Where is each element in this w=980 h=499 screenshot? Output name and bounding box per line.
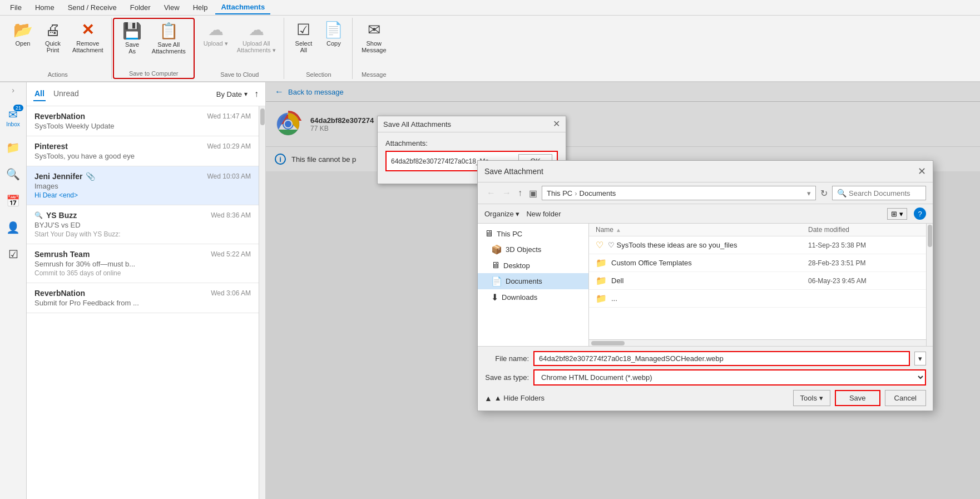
- email-subject: Submit for Pro Feedback from ...: [34, 299, 251, 307]
- email-items: ReverbNation Wed 11:47 AM SysTools Weekl…: [27, 106, 259, 499]
- horizontal-scrollbar-thumb: [591, 341, 625, 345]
- table-row[interactable]: 📁 ...: [589, 290, 926, 308]
- sidebar-item-inbox[interactable]: ✉ 21 Inbox: [6, 108, 19, 127]
- hide-folders-button[interactable]: ▲ ▲ Hide Folders: [484, 394, 545, 403]
- refresh-button[interactable]: ↻: [818, 187, 830, 200]
- email-sender: 🔍 YS Buzz: [34, 211, 77, 220]
- sidebar-item-folder[interactable]: 📁: [6, 141, 20, 154]
- menu-help[interactable]: Help: [187, 1, 214, 14]
- main-area: › ✉ 21 Inbox 📁 🔍 📅 👤 ☑ All Unread: [0, 82, 980, 499]
- show-message-button[interactable]: ✉ ShowMessage: [358, 20, 390, 56]
- sidebar-item-contacts[interactable]: 👤: [6, 221, 20, 234]
- tree-item-desktop[interactable]: 🖥 Desktop: [478, 258, 588, 273]
- dialog-close-button[interactable]: ✕: [553, 120, 560, 129]
- back-button[interactable]: ←: [484, 187, 498, 199]
- filename-input[interactable]: [533, 351, 910, 366]
- tree-item-documents[interactable]: 📄 Documents: [478, 273, 588, 289]
- menu-file[interactable]: File: [4, 1, 27, 14]
- breadcrumb-part-1: This PC: [547, 189, 572, 197]
- list-item[interactable]: ReverbNation Wed 3:06 AM Submit for Pro …: [27, 283, 259, 313]
- file-dialog-title-bar: Save Attachment ✕: [478, 161, 933, 182]
- email-preview: Hi Dear <end>: [34, 191, 251, 199]
- table-row[interactable]: 📁 Custom Office Templates 28-Feb-23 3:51…: [589, 254, 926, 272]
- menu-folder[interactable]: Folder: [125, 1, 156, 14]
- actions-group-label: Actions: [48, 71, 68, 78]
- tree-item-downloads[interactable]: ⬇ Downloads: [478, 289, 588, 305]
- table-row[interactable]: 📁 Dell 06-May-23 9:45 AM: [589, 272, 926, 290]
- save-as-button[interactable]: 💾 SaveAs: [118, 21, 146, 57]
- sidebar-item-calendar[interactable]: 📅: [6, 194, 20, 207]
- file-dialog-content: 🖥 This PC 📦 3D Objects 🖥 Desktop 📄 Docum…: [478, 224, 933, 346]
- column-date-modified[interactable]: Date modified: [808, 226, 919, 234]
- forward-button[interactable]: →: [500, 187, 513, 199]
- folder-icon: ♡: [596, 240, 603, 250]
- open-button[interactable]: 📂 Open: [9, 20, 37, 49]
- save-button[interactable]: Save: [835, 390, 880, 406]
- email-list-scrollbar[interactable]: [259, 106, 265, 499]
- tab-unread[interactable]: Unread: [52, 87, 80, 101]
- column-name[interactable]: Name ▲: [596, 226, 808, 234]
- vertical-scrollbar[interactable]: [926, 224, 933, 346]
- tools-button[interactable]: Tools ▾: [793, 390, 830, 406]
- menu-home[interactable]: Home: [29, 1, 60, 14]
- remove-attachment-button[interactable]: ✕ RemoveAttachment: [69, 20, 107, 56]
- sidebar-item-search[interactable]: 🔍: [6, 167, 20, 181]
- menu-attachments[interactable]: Attachments: [215, 1, 270, 14]
- search-input[interactable]: [849, 189, 921, 197]
- breadcrumb[interactable]: This PC › Documents ▾: [542, 186, 816, 200]
- help-button[interactable]: ?: [914, 207, 926, 220]
- email-subject: BYJU'S vs ED: [34, 221, 251, 229]
- tree-item-this-pc[interactable]: 🖥 This PC: [478, 226, 588, 241]
- attachments-label: Attachments:: [385, 139, 558, 147]
- list-item[interactable]: 🔍 YS Buzz Wed 8:36 AM BYJU'S vs ED Start…: [27, 205, 259, 244]
- list-item[interactable]: Jeni Jennifer 📎 Wed 10:03 AM Images Hi D…: [27, 166, 259, 205]
- upload-all-icon: ☁: [249, 22, 264, 38]
- documents-icon: 📄: [491, 276, 502, 286]
- up-button[interactable]: ↑: [516, 187, 524, 199]
- tools-label: Tools: [800, 394, 817, 402]
- copy-button[interactable]: 📄 Copy: [320, 20, 348, 49]
- file-list-header: Name ▲ Date modified: [589, 224, 926, 236]
- select-all-button[interactable]: ☑ SelectAll: [290, 20, 318, 56]
- email-sender: Semrush Team: [34, 250, 90, 259]
- menu-view[interactable]: View: [159, 1, 185, 14]
- tree-item-label: Desktop: [503, 261, 530, 270]
- cancel-button[interactable]: Cancel: [885, 390, 926, 406]
- quick-print-button[interactable]: 🖨 QuickPrint: [39, 20, 67, 56]
- print-icon: 🖨: [45, 22, 61, 38]
- sort-by-date[interactable]: By Date ▾: [216, 90, 248, 98]
- sidebar-item-expand[interactable]: ›: [12, 86, 14, 95]
- file-name: Dell: [611, 276, 804, 285]
- save-as-label: SaveAs: [125, 41, 139, 55]
- sidebar-item-tasks[interactable]: ☑: [8, 248, 18, 261]
- ribbon-group-selection: ☑ SelectAll 📄 Copy Selection: [285, 18, 353, 79]
- remove-attachment-label: RemoveAttachment: [72, 40, 103, 53]
- ribbon-group-save-computer: 💾 SaveAs 📋 Save AllAttachments Save to C…: [113, 18, 195, 79]
- new-folder-button[interactable]: New folder: [526, 210, 561, 218]
- dialog-title: Save All Attachments: [383, 120, 451, 129]
- folder-icon: 📁: [596, 258, 607, 268]
- filename-dropdown[interactable]: ▾: [914, 352, 926, 365]
- search-box[interactable]: 🔍: [832, 186, 926, 200]
- menu-send-receive[interactable]: Send / Receive: [62, 1, 122, 14]
- upload-button[interactable]: ☁ Upload ▾: [200, 20, 231, 50]
- folder-view-button[interactable]: ▣: [527, 187, 540, 200]
- upload-all-button[interactable]: ☁ Upload AllAttachments ▾: [234, 20, 279, 56]
- tree-item-label: Downloads: [502, 293, 537, 302]
- list-item[interactable]: Semrush Team Wed 5:22 AM Semrush for 30%…: [27, 244, 259, 283]
- sort-arrow[interactable]: ↑: [254, 89, 259, 99]
- tab-all[interactable]: All: [33, 87, 46, 101]
- list-item[interactable]: Pinterest Wed 10:29 AM SysTools, you hav…: [27, 136, 259, 166]
- email-subject: SysTools, you have a good eye: [34, 152, 251, 160]
- save-computer-group-label: Save to Computer: [129, 70, 179, 77]
- savetype-select[interactable]: Chrome HTML Document (*.webp): [533, 369, 926, 386]
- save-all-attachments-button[interactable]: 📋 Save AllAttachments: [149, 21, 189, 57]
- attachment-list-text: 64da2bf82e307274f27a0c18_Ma: [391, 157, 489, 165]
- file-dialog-close-button[interactable]: ✕: [918, 165, 926, 177]
- tree-item-3d-objects[interactable]: 📦 3D Objects: [478, 241, 588, 258]
- view-button[interactable]: ⊞ ▾: [887, 208, 907, 220]
- list-item[interactable]: ReverbNation Wed 11:47 AM SysTools Weekl…: [27, 106, 259, 136]
- table-row[interactable]: ♡ ♡ SysTools these ideas are so you_file…: [589, 236, 926, 254]
- organize-button[interactable]: Organize ▾: [484, 210, 519, 218]
- folder-icon: 📁: [596, 275, 607, 286]
